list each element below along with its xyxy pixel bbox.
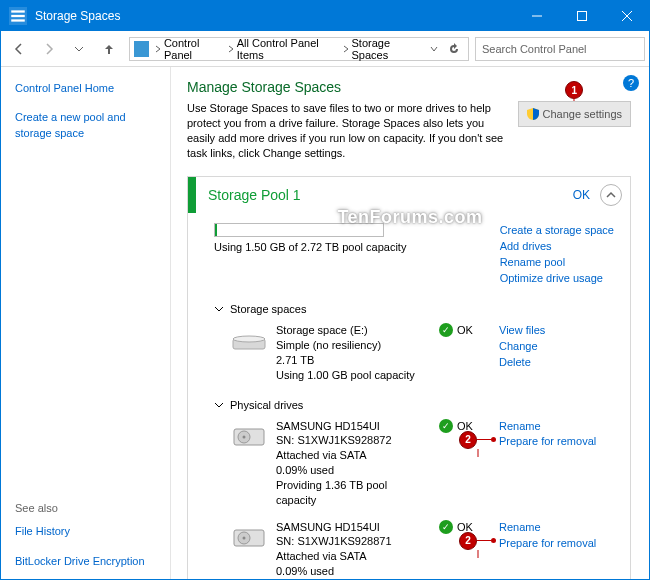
section-toggle[interactable]: Storage spaces xyxy=(214,303,614,315)
address-bar[interactable]: Control Panel All Control Panel Items St… xyxy=(129,37,469,61)
svg-rect-5 xyxy=(577,12,586,21)
space-size: 2.71 TB xyxy=(276,353,429,368)
titlebar: Storage Spaces xyxy=(1,1,649,31)
storage-spaces-section: Storage spaces Storage space (E:) Simple… xyxy=(214,303,614,382)
space-resiliency: Simple (no resiliency) xyxy=(276,338,429,353)
search-input[interactable]: Search Control Panel xyxy=(475,37,645,61)
drive-icon xyxy=(232,329,266,353)
drive-sn: SN: S1XWJ1KS928872 xyxy=(276,433,429,448)
hdd-icon xyxy=(232,526,266,550)
svg-point-15 xyxy=(243,536,246,539)
breadcrumb-item[interactable]: Storage Spaces xyxy=(352,37,425,61)
ok-icon: ✓ xyxy=(439,419,453,433)
rename-pool-link[interactable]: Rename pool xyxy=(500,255,614,271)
change-link[interactable]: Change xyxy=(499,339,614,355)
shield-icon xyxy=(527,108,539,120)
status-bar xyxy=(188,177,196,213)
chevron-right-icon[interactable] xyxy=(340,45,351,53)
close-button[interactable] xyxy=(604,1,649,31)
create-pool-link[interactable]: Create a new pool and storage space xyxy=(15,110,160,141)
storage-space-item: Storage space (E:) Simple (no resiliency… xyxy=(214,323,614,382)
hdd-icon xyxy=(232,425,266,449)
pool-title: Storage Pool 1 xyxy=(196,187,573,203)
breadcrumb-item[interactable]: Control Panel xyxy=(164,37,226,61)
help-icon[interactable]: ? xyxy=(623,75,639,91)
collapse-button[interactable] xyxy=(600,184,622,206)
change-settings-button[interactable]: Change settings xyxy=(518,101,632,127)
maximize-button[interactable] xyxy=(559,1,604,31)
breadcrumb-item[interactable]: All Control Panel Items xyxy=(237,37,341,61)
intro-text: Use Storage Spaces to save files to two … xyxy=(187,101,508,160)
chevron-right-icon[interactable] xyxy=(153,45,164,53)
sidebar: Control Panel Home Create a new pool and… xyxy=(1,67,171,580)
minimize-button[interactable] xyxy=(514,1,559,31)
storage-pool-card: Storage Pool 1 OK Using 1.50 GB of 2.72 … xyxy=(187,176,631,580)
drive-providing: Providing 1.36 TB pool capacity xyxy=(276,478,429,508)
delete-link[interactable]: Delete xyxy=(499,355,614,371)
svg-rect-2 xyxy=(11,15,25,17)
drive-name: SAMSUNG HD154UI xyxy=(276,419,429,434)
drive-used: 0.09% used xyxy=(276,564,429,579)
control-panel-home-link[interactable]: Control Panel Home xyxy=(15,81,160,96)
svg-rect-1 xyxy=(11,10,25,12)
svg-point-9 xyxy=(233,336,265,342)
see-also-label: See also xyxy=(15,502,160,514)
drive-name: SAMSUNG HD154UI xyxy=(276,520,429,535)
bitlocker-link[interactable]: BitLocker Drive Encryption xyxy=(15,554,160,569)
back-button[interactable] xyxy=(5,35,33,63)
rename-drive-link[interactable]: Rename xyxy=(499,520,614,536)
ok-icon: ✓ xyxy=(439,520,453,534)
annotation-badge-1: 1 xyxy=(565,81,583,99)
section-heading: Physical drives xyxy=(230,399,303,411)
rename-drive-link[interactable]: Rename xyxy=(499,419,614,435)
chevron-right-icon[interactable] xyxy=(226,45,237,53)
add-drives-link[interactable]: Add drives xyxy=(500,239,614,255)
physical-drives-section: Physical drives SAMSUNG HD154UI SN: S1XW… xyxy=(214,399,614,581)
chevron-down-icon xyxy=(214,304,224,314)
status-text: OK xyxy=(457,324,473,336)
chevron-down-icon xyxy=(214,400,224,410)
svg-rect-3 xyxy=(11,19,25,21)
prepare-removal-link[interactable]: Prepare for removal xyxy=(499,536,614,552)
ok-icon: ✓ xyxy=(439,323,453,337)
pool-status: OK xyxy=(573,188,590,202)
recent-dropdown[interactable] xyxy=(65,35,93,63)
space-usage: Using 1.00 GB pool capacity xyxy=(276,368,429,383)
annotation-badge-2: 2 xyxy=(459,431,496,449)
location-icon xyxy=(134,41,149,57)
physical-drive-item: SAMSUNG HD154UI SN: S1XWJ1KS928872 Attac… xyxy=(214,419,614,508)
svg-point-12 xyxy=(243,435,246,438)
view-files-link[interactable]: View files xyxy=(499,323,614,339)
usage-text: Using 1.50 GB of 2.72 TB pool capacity xyxy=(214,241,480,253)
forward-button[interactable] xyxy=(35,35,63,63)
optimize-link[interactable]: Optimize drive usage xyxy=(500,271,614,287)
drive-sn: SN: S1XWJ1KS928871 xyxy=(276,534,429,549)
usage-progress xyxy=(214,223,384,237)
prepare-removal-link[interactable]: Prepare for removal xyxy=(499,434,614,450)
refresh-button[interactable] xyxy=(444,43,464,55)
file-history-link[interactable]: File History xyxy=(15,524,160,539)
window-title: Storage Spaces xyxy=(35,9,514,23)
physical-drive-item: SAMSUNG HD154UI SN: S1XWJ1KS928871 Attac… xyxy=(214,520,614,580)
drive-attach: Attached via SATA xyxy=(276,549,429,564)
drive-attach: Attached via SATA xyxy=(276,448,429,463)
drive-used: 0.09% used xyxy=(276,463,429,478)
pool-header: Storage Pool 1 OK xyxy=(188,177,630,213)
pool-actions: Create a storage space Add drives Rename… xyxy=(500,223,614,287)
navbar: Control Panel All Control Panel Items St… xyxy=(1,31,649,67)
main-content: ? Manage Storage Spaces Use Storage Spac… xyxy=(171,67,649,580)
app-icon xyxy=(9,7,27,25)
section-toggle[interactable]: Physical drives xyxy=(214,399,614,411)
address-dropdown[interactable] xyxy=(424,43,444,55)
change-settings-label: Change settings xyxy=(543,108,623,120)
up-button[interactable] xyxy=(95,35,123,63)
section-heading: Storage spaces xyxy=(230,303,306,315)
space-name: Storage space (E:) xyxy=(276,323,429,338)
create-storage-space-link[interactable]: Create a storage space xyxy=(500,223,614,239)
annotation-badge-2: 2 xyxy=(459,532,496,550)
